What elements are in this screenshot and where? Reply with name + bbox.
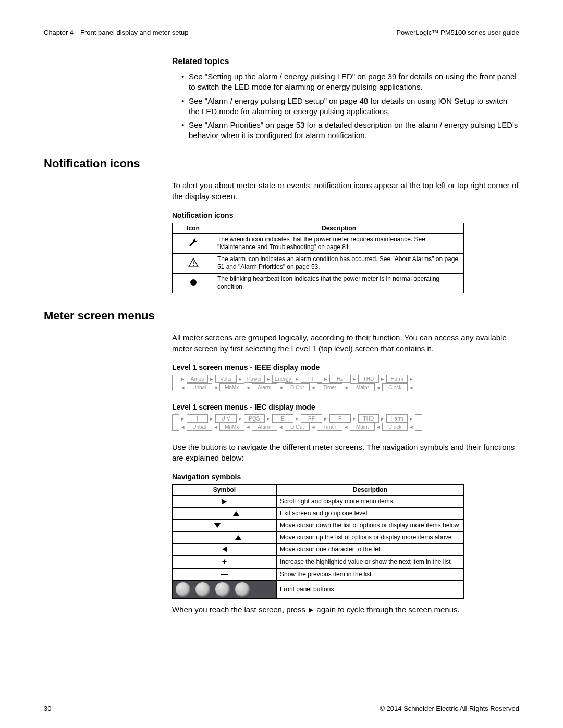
th-icon: Icon <box>173 223 214 233</box>
table-row: The wrench icon indicates that the power… <box>173 233 464 253</box>
cell-desc: Show the previous item in the list <box>277 569 464 581</box>
meter-menus-closing: When you reach the last screen, press ag… <box>172 604 519 615</box>
closing-text-b: again to cycle through the screen menus. <box>314 605 460 614</box>
play-right-icon <box>173 496 277 508</box>
chevron-left-icon: ◂ <box>375 424 382 430</box>
menu-box: Timer <box>317 383 342 391</box>
chevron-left-icon: ◂ <box>244 424 252 430</box>
chevron-left-icon: ◂ <box>212 424 219 430</box>
chevron-right-icon: ▸ <box>379 415 386 422</box>
meter-menus-intro: All meter screens are grouped logically,… <box>172 332 519 354</box>
cell-desc: Front panel buttons <box>277 581 464 599</box>
svg-point-2 <box>190 279 197 286</box>
list-item: See "Alarm / energy pulsing LED setup" o… <box>181 96 519 117</box>
play-left-icon <box>173 544 277 556</box>
minus-icon <box>173 569 277 581</box>
menu-box: PF <box>301 414 322 423</box>
cell-desc: Scroll right and display more menu items <box>277 496 464 508</box>
menu-box: Energy <box>272 375 293 383</box>
chevron-right-icon: ▸ <box>322 376 329 382</box>
chevron-right-icon: ▸ <box>293 376 301 382</box>
nav-symbols-caption: Navigation symbols <box>172 473 519 481</box>
chevron-left-icon: ◂ <box>277 384 285 391</box>
menu-box: Clock <box>382 383 408 391</box>
cell-desc: The blinking heartbeat icon indicates th… <box>214 273 464 293</box>
chevron-left-icon: ◂ <box>375 384 382 391</box>
cell-desc: Move cursor down the list of options or … <box>277 520 464 532</box>
menu-box: D Out <box>285 423 310 431</box>
section-heading-notification: Notification icons <box>44 157 519 170</box>
menu-box: Clock <box>382 423 408 431</box>
up-arrow-icon <box>173 532 277 544</box>
table-row: Move cursor up the list of options or di… <box>173 532 464 544</box>
chevron-right-icon: ▸ <box>351 415 358 422</box>
table-row: +Increase the highlighted value or show … <box>173 556 464 569</box>
menu-box: Harm <box>386 375 408 383</box>
up-exit-icon <box>173 508 277 520</box>
chevron-right-icon: ▸ <box>322 415 329 422</box>
menu-box: D Out <box>285 383 310 391</box>
front-panel-buttons <box>173 581 277 599</box>
cell-desc: Move cursor up the list of options or di… <box>277 532 464 544</box>
notification-icons-table: Icon Description The wrench icon indicat… <box>172 223 464 294</box>
menu-box: Harm <box>386 414 408 423</box>
wrench-icon <box>173 233 214 253</box>
menu-box: U-V <box>215 414 237 423</box>
menu-box: Amps <box>187 375 208 383</box>
chevron-right-icon: ▸ <box>237 376 244 382</box>
front-panel-button <box>195 582 210 597</box>
table-row: Front panel buttons <box>173 581 464 599</box>
table-row: The alarm icon indicates an alarm condit… <box>173 253 464 273</box>
alarm-triangle-icon <box>173 253 214 273</box>
front-panel-button <box>176 582 190 597</box>
menu-box: Volts <box>215 375 237 383</box>
chevron-right-icon: ▸ <box>293 415 301 422</box>
menu-box: THD <box>358 375 380 383</box>
down-arrow-icon <box>173 520 277 532</box>
chevron-right-icon: ▸ <box>265 415 272 422</box>
menu-box: Alarm <box>252 423 277 431</box>
chevron-right-icon: ▸ <box>179 376 187 382</box>
notification-table-caption: Notification icons <box>172 211 519 219</box>
chevron-left-icon: ◂ <box>408 424 415 430</box>
related-topics-heading: Related topics <box>172 57 519 66</box>
play-right-icon <box>309 608 313 613</box>
menu-box: Maint <box>350 383 375 391</box>
cell-desc: The alarm icon indicates an alarm condit… <box>214 253 464 273</box>
chevron-right-icon: ▸ <box>208 376 215 382</box>
chevron-left-icon: ◂ <box>310 384 317 391</box>
th-description: Description <box>214 223 464 233</box>
menu-box: PQS <box>244 414 265 423</box>
svg-point-1 <box>193 265 194 266</box>
table-row: Show the previous item in the list <box>173 569 464 581</box>
chevron-right-icon: ▸ <box>408 376 415 382</box>
navigation-symbols-table: Symbol Description Scroll right and disp… <box>172 484 464 599</box>
menu-box: Timer <box>317 423 342 431</box>
menu-box: Hz <box>329 375 351 383</box>
ieee-menu-diagram: ▸Amps▸Volts▸Power▸Energy▸PF▸Hz▸THD▸Harm▸… <box>172 375 422 391</box>
menu-box: MnMx <box>219 383 245 391</box>
ieee-caption: Level 1 screen menus - IEEE display mode <box>172 363 519 372</box>
chevron-left-icon: ◂ <box>212 384 219 391</box>
chevron-right-icon: ▸ <box>379 376 386 382</box>
chevron-right-icon: ▸ <box>351 376 358 382</box>
running-header: Chapter 4—Front panel display and meter … <box>44 29 519 40</box>
header-left: Chapter 4—Front panel display and meter … <box>44 29 189 36</box>
th-description: Description <box>277 485 464 496</box>
iec-menu-diagram: ▸I▸U-V▸PQS▸E▸PF▸F▸THD▸Harm▸◂Clock◂Maint◂… <box>172 414 422 431</box>
chevron-left-icon: ◂ <box>179 384 187 391</box>
cell-desc: Increase the highlighted value or show t… <box>277 556 464 569</box>
chevron-left-icon: ◂ <box>277 424 285 430</box>
copyright: © 2014 Schneider Electric All Rights Res… <box>380 705 519 712</box>
chevron-left-icon: ◂ <box>179 424 187 430</box>
menu-box: MnMx <box>219 423 245 431</box>
section-heading-meter-menus: Meter screen menus <box>44 309 519 323</box>
table-row: Move cursor one character to the left <box>173 544 464 556</box>
page-footer: 30 © 2014 Schneider Electric All Rights … <box>44 701 519 712</box>
menu-box: THD <box>358 414 380 423</box>
front-panel-button <box>215 582 230 597</box>
menu-box: F <box>329 414 351 423</box>
chevron-right-icon: ▸ <box>237 415 244 422</box>
chevron-right-icon: ▸ <box>208 415 215 422</box>
table-row: Exit screen and go up one level <box>173 508 464 520</box>
